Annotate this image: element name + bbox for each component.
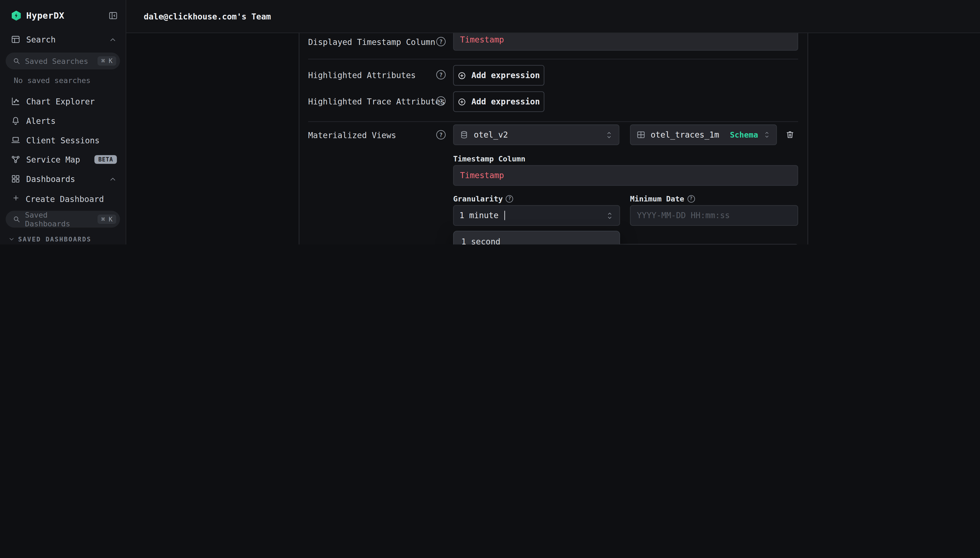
field-label-timestamp-column: Timestamp Column bbox=[453, 154, 525, 163]
chart-explorer-icon bbox=[11, 96, 21, 106]
laptop-icon bbox=[11, 135, 21, 145]
divider bbox=[308, 121, 798, 122]
timestamp-column-input[interactable]: Timestamp bbox=[453, 165, 798, 185]
sidebar-item-label: Dashboards bbox=[26, 174, 103, 184]
no-saved-searches-text: No saved searches bbox=[0, 76, 126, 85]
chevron-up-icon[interactable] bbox=[109, 35, 117, 44]
field-label-highlighted-trace-attributes: Highlighted Trace Attributes bbox=[308, 97, 445, 106]
input-value: Timestamp bbox=[460, 171, 504, 180]
app-window: HyperDX Search Saved Searches ⌘ K No sav… bbox=[0, 0, 980, 245]
help-icon[interactable]: ? bbox=[506, 195, 513, 202]
help-icon[interactable]: ? bbox=[436, 37, 446, 46]
field-label-displayed-timestamp-column: Displayed Timestamp Column bbox=[308, 38, 435, 47]
database-select[interactable]: otel_v2 bbox=[453, 125, 619, 145]
table-select[interactable]: otel_traces_1m Schema bbox=[630, 125, 777, 145]
combobox-value: 1 minute bbox=[459, 211, 499, 220]
select-value: otel_v2 bbox=[474, 130, 508, 140]
button-label: Add expression bbox=[471, 71, 540, 80]
sidebar-item-label: Search bbox=[26, 35, 103, 44]
search-icon bbox=[13, 57, 21, 65]
create-dashboard-label: Create Dashboard bbox=[26, 194, 117, 204]
shortcut-badge: ⌘ K bbox=[98, 56, 116, 66]
text-caret bbox=[504, 211, 505, 220]
field-label-granularity: Granularity? bbox=[453, 195, 513, 204]
sidebar-item-alerts[interactable]: Alerts bbox=[0, 116, 126, 126]
minimum-date-input[interactable]: YYYY-MM-DD HH:mm:ss bbox=[630, 205, 798, 226]
input-value: Timestamp bbox=[460, 35, 504, 44]
divider bbox=[308, 59, 798, 59]
dashboards-grid-icon bbox=[11, 174, 21, 184]
sidebar: HyperDX Search Saved Searches ⌘ K No sav… bbox=[0, 0, 126, 245]
saved-searches-input[interactable]: Saved Searches ⌘ K bbox=[6, 53, 120, 70]
chevron-down-icon bbox=[8, 236, 15, 243]
field-label-minimum-date: Minimum Date? bbox=[630, 195, 695, 204]
sidebar-item-label: Chart Explorer bbox=[26, 97, 117, 106]
brand-row: HyperDX bbox=[0, 0, 126, 21]
sidebar-item-service-map[interactable]: Service Map BETA bbox=[0, 154, 126, 165]
search-icon bbox=[13, 215, 21, 223]
collapse-sidebar-icon[interactable] bbox=[108, 11, 118, 21]
group-saved-dashboards[interactable]: SAVED DASHBOARDS bbox=[0, 236, 126, 243]
sidebar-item-dashboards[interactable]: Dashboards bbox=[0, 174, 126, 184]
table-icon bbox=[636, 130, 646, 140]
schema-badge[interactable]: Schema bbox=[730, 130, 758, 140]
delete-materialized-view-icon[interactable] bbox=[785, 130, 795, 140]
topbar: dale@clickhouse.com's Team bbox=[126, 0, 980, 33]
dropdown-option[interactable]: 1 second bbox=[454, 233, 620, 245]
service-map-icon bbox=[11, 154, 21, 165]
search-section-icon bbox=[11, 34, 21, 45]
sidebar-item-search[interactable]: Search bbox=[0, 34, 126, 45]
help-icon[interactable]: ? bbox=[687, 195, 695, 202]
chevrons-updown-icon bbox=[605, 210, 614, 221]
sidebar-item-client-sessions[interactable]: Client Sessions bbox=[0, 135, 126, 145]
add-expression-button[interactable]: Add expression bbox=[453, 91, 544, 112]
saved-dashboards-input[interactable]: Saved Dashboards ⌘ K bbox=[6, 211, 120, 228]
plus-icon bbox=[12, 194, 20, 204]
help-icon[interactable]: ? bbox=[436, 70, 446, 79]
sidebar-item-label: Client Sessions bbox=[26, 135, 117, 145]
granularity-dropdown: 1 second 15 seconds 30 seconds 1 minute … bbox=[453, 231, 620, 245]
granularity-combobox[interactable]: 1 minute bbox=[453, 205, 620, 226]
circle-plus-icon bbox=[458, 97, 466, 106]
create-dashboard-button[interactable]: Create Dashboard bbox=[0, 194, 126, 204]
field-label-materialized-views: Materialized Views bbox=[308, 131, 396, 140]
field-label-highlighted-attributes: Highlighted Attributes bbox=[308, 71, 416, 80]
chevrons-updown-icon bbox=[605, 130, 613, 140]
chevron-up-icon[interactable] bbox=[109, 175, 117, 183]
input-placeholder: YYYY-MM-DD HH:mm:ss bbox=[637, 211, 730, 220]
saved-dashboards-placeholder: Saved Dashboards bbox=[25, 210, 93, 228]
circle-plus-icon bbox=[458, 71, 466, 80]
chevrons-updown-icon bbox=[763, 130, 771, 140]
database-icon bbox=[459, 130, 469, 140]
sidebar-item-label: Service Map bbox=[26, 155, 89, 164]
sidebar-item-chart-explorer[interactable]: Chart Explorer bbox=[0, 96, 126, 106]
brand-title: HyperDX bbox=[26, 11, 103, 21]
button-label: Add expression bbox=[471, 97, 540, 106]
source-settings-panel: Displayed Timestamp Column ? Timestamp H… bbox=[299, 19, 808, 245]
beta-badge: BETA bbox=[95, 155, 117, 164]
saved-searches-placeholder: Saved Searches bbox=[25, 57, 93, 66]
sidebar-item-label: Alerts bbox=[26, 116, 117, 125]
shortcut-badge: ⌘ K bbox=[98, 215, 116, 224]
page-title: dale@clickhouse.com's Team bbox=[144, 11, 271, 21]
group-label: SAVED DASHBOARDS bbox=[18, 236, 91, 243]
bell-icon bbox=[11, 116, 21, 126]
add-expression-button[interactable]: Add expression bbox=[453, 65, 544, 85]
select-value: otel_traces_1m bbox=[651, 130, 719, 140]
help-icon[interactable]: ? bbox=[436, 96, 446, 105]
help-icon[interactable]: ? bbox=[436, 130, 446, 140]
hyperdx-logo-icon bbox=[11, 11, 21, 21]
